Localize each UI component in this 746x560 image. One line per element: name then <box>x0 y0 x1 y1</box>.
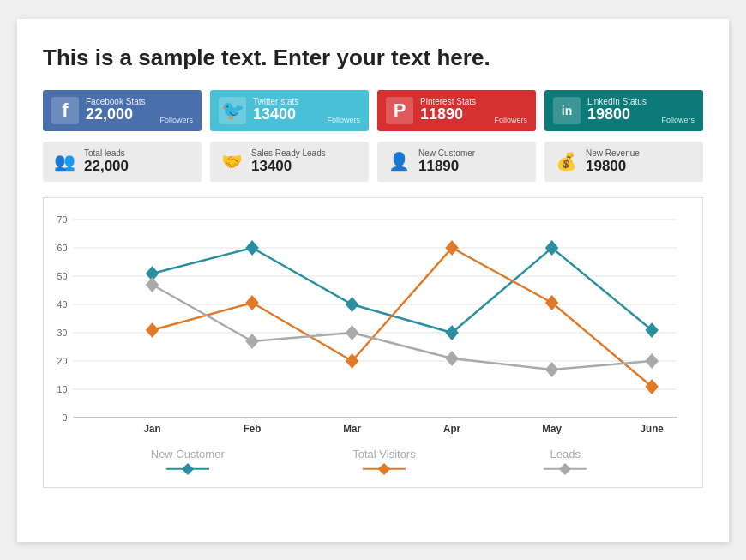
svg-marker-28 <box>146 277 159 292</box>
legend-total-visitors: Total Visitors <box>352 448 415 474</box>
legend-new-customer-line <box>166 464 209 474</box>
slide: This is a sample text. Enter your text h… <box>17 19 729 542</box>
chart-legend: New Customer Total Visitors Leads <box>52 437 685 474</box>
linkedin-followers: Followers <box>661 116 695 124</box>
total-leads-card: 👥 Total leads 22,000 <box>43 142 202 182</box>
legend-leads-line <box>544 464 587 474</box>
legend-new-customer-diamond <box>182 462 194 474</box>
twitter-number: 13400 <box>253 106 320 123</box>
leads-line <box>153 285 653 370</box>
svg-text:June: June <box>641 422 665 433</box>
svg-text:70: 70 <box>57 214 68 224</box>
total-leads-number: 22,000 <box>84 158 129 175</box>
new-revenue-card: 💰 New Revenue 19800 <box>544 142 703 182</box>
svg-text:Jan: Jan <box>143 422 160 433</box>
linkedin-icon: in <box>553 97 581 124</box>
svg-text:40: 40 <box>57 298 68 309</box>
facebook-followers: Followers <box>159 116 193 124</box>
legend-total-visitors-diamond <box>378 462 390 474</box>
svg-text:10: 10 <box>57 383 68 394</box>
facebook-card: f Facebook Stats 22,000 Followers <box>43 90 202 131</box>
linkedin-number: 19800 <box>587 106 654 123</box>
facebook-label: Facebook Stats <box>86 97 153 106</box>
new-customer-number: 11890 <box>418 158 475 175</box>
svg-text:Mar: Mar <box>343 422 361 433</box>
twitter-icon: 🐦 <box>219 97 246 124</box>
svg-marker-22 <box>146 322 159 338</box>
new-customer-line <box>153 248 653 333</box>
sales-ready-label: Sales Ready Leads <box>251 148 326 158</box>
linkedin-info: LinkedIn Status 19800 <box>587 97 654 123</box>
linkedin-label: LinkedIn Status <box>587 97 654 106</box>
svg-text:50: 50 <box>57 270 68 280</box>
chart-container: 70 60 50 40 30 20 10 0 <box>43 197 703 488</box>
new-revenue-label: New Revenue <box>586 148 640 158</box>
legend-leads-diamond <box>559 462 571 474</box>
new-revenue-info: New Revenue 19800 <box>586 148 640 175</box>
svg-marker-32 <box>545 362 559 377</box>
legend-leads-label: Leads <box>550 448 581 461</box>
line-chart: 70 60 50 40 30 20 10 0 <box>52 211 685 434</box>
svg-marker-18 <box>346 297 359 312</box>
sales-ready-card: 🤝 Sales Ready Leads 13400 <box>210 142 369 182</box>
twitter-followers: Followers <box>327 116 360 124</box>
pinterest-info: Pinterest Stats 11890 <box>420 97 487 123</box>
legend-new-customer-label: New Customer <box>151 448 225 461</box>
svg-marker-26 <box>545 295 559 310</box>
headline: This is a sample text. Enter your text h… <box>43 45 703 71</box>
twitter-info: Twitter stats 13400 <box>253 97 320 123</box>
facebook-icon: f <box>51 97 79 124</box>
new-revenue-icon: 💰 <box>553 151 579 172</box>
svg-text:20: 20 <box>57 355 68 365</box>
new-customer-info: New Customer 11890 <box>418 148 475 175</box>
svg-text:May: May <box>542 422 562 433</box>
legend-total-visitors-label: Total Visitors <box>352 448 415 461</box>
new-customer-card: 👤 New Customer 11890 <box>377 142 536 182</box>
legend-total-visitors-line <box>363 464 406 474</box>
svg-marker-23 <box>245 295 259 310</box>
pinterest-label: Pinterest Stats <box>420 97 487 106</box>
svg-text:60: 60 <box>57 242 68 252</box>
svg-text:Apr: Apr <box>443 422 460 433</box>
total-leads-label: Total leads <box>84 148 129 158</box>
new-revenue-number: 19800 <box>586 158 640 175</box>
svg-marker-21 <box>645 322 659 338</box>
social-stats-row: f Facebook Stats 22,000 Followers 🐦 Twit… <box>43 90 703 131</box>
svg-marker-31 <box>445 351 459 366</box>
svg-text:0: 0 <box>63 412 68 422</box>
svg-text:Feb: Feb <box>244 422 262 433</box>
sales-ready-info: Sales Ready Leads 13400 <box>251 148 326 175</box>
svg-text:30: 30 <box>57 327 68 337</box>
facebook-info: Facebook Stats 22,000 <box>86 97 153 123</box>
svg-marker-27 <box>645 379 659 394</box>
pinterest-followers: Followers <box>494 116 527 124</box>
metrics-row: 👥 Total leads 22,000 🤝 Sales Ready Leads… <box>43 142 703 182</box>
svg-marker-19 <box>445 325 459 340</box>
pinterest-number: 11890 <box>420 106 487 123</box>
linkedin-card: in LinkedIn Status 19800 Followers <box>544 90 703 131</box>
svg-marker-29 <box>245 334 259 349</box>
sales-ready-icon: 🤝 <box>219 151 244 172</box>
svg-marker-30 <box>346 325 359 340</box>
svg-marker-33 <box>645 353 659 369</box>
legend-leads: Leads <box>544 448 587 474</box>
twitter-card: 🐦 Twitter stats 13400 Followers <box>210 90 369 131</box>
legend-new-customer: New Customer <box>151 448 225 474</box>
svg-marker-20 <box>545 240 559 256</box>
new-customer-icon: 👤 <box>386 151 412 172</box>
pinterest-icon: P <box>386 97 413 124</box>
facebook-number: 22,000 <box>86 106 153 123</box>
total-leads-info: Total leads 22,000 <box>84 148 129 175</box>
total-leads-icon: 👥 <box>51 151 77 172</box>
new-customer-label: New Customer <box>418 148 475 158</box>
twitter-label: Twitter stats <box>253 97 320 106</box>
svg-marker-17 <box>245 240 259 256</box>
sales-ready-number: 13400 <box>251 158 326 175</box>
pinterest-card: P Pinterest Stats 11890 Followers <box>377 90 536 131</box>
